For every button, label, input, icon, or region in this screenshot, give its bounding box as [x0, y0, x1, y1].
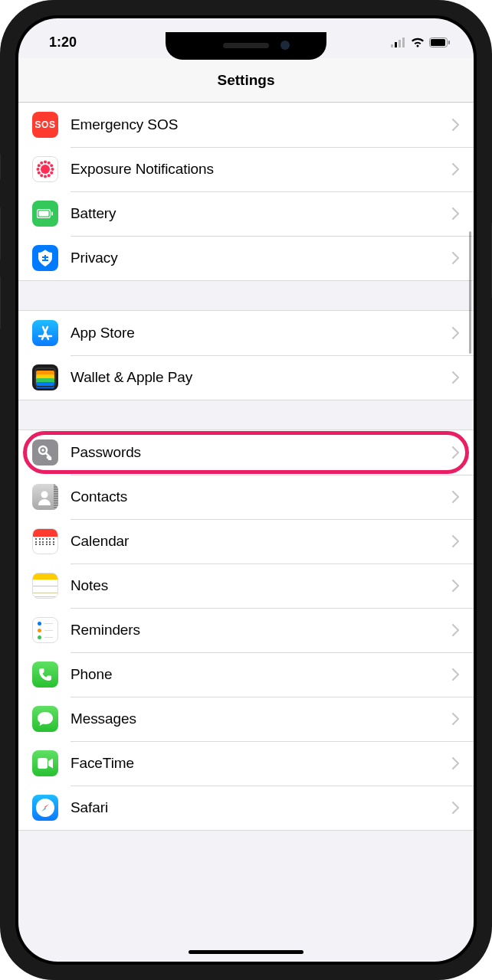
- notch: [166, 32, 326, 60]
- settings-row-safari[interactable]: Safari: [18, 786, 474, 830]
- svg-point-7: [41, 165, 50, 174]
- chevron-right-icon: [452, 802, 460, 814]
- row-label: Calendar: [71, 533, 452, 550]
- settings-row-calendar[interactable]: Calendar: [18, 519, 474, 564]
- chevron-right-icon: [452, 163, 460, 175]
- svg-point-8: [51, 168, 54, 171]
- row-label: App Store: [71, 325, 452, 341]
- svg-point-18: [48, 162, 50, 164]
- row-label: Exposure Notifications: [71, 161, 452, 178]
- svg-rect-21: [39, 211, 49, 217]
- chevron-right-icon: [452, 535, 460, 547]
- exposure-icon: [32, 156, 58, 182]
- settings-row-notes[interactable]: Notes: [18, 564, 474, 608]
- home-indicator[interactable]: [189, 950, 303, 954]
- row-label: Wallet & Apple Pay: [71, 369, 452, 386]
- wifi-icon: [411, 38, 425, 47]
- svg-rect-22: [51, 212, 53, 216]
- row-label: Notes: [71, 577, 452, 594]
- row-label: Contacts: [71, 488, 452, 505]
- svg-point-15: [38, 165, 40, 167]
- chevron-right-icon: [452, 252, 460, 264]
- svg-point-12: [41, 175, 43, 177]
- volume-up-button: [0, 207, 1, 260]
- chevron-right-icon: [452, 119, 460, 131]
- battery-icon: [429, 38, 451, 47]
- settings-row-privacy[interactable]: Privacy: [18, 236, 474, 280]
- settings-row-contacts[interactable]: Contacts: [18, 475, 474, 519]
- scroll-indicator[interactable]: [469, 231, 471, 354]
- svg-point-16: [41, 162, 43, 164]
- settings-row-emergency-sos[interactable]: SOS Emergency SOS: [18, 103, 474, 147]
- settings-row-messages[interactable]: Messages: [18, 697, 474, 741]
- svg-rect-2: [399, 40, 401, 47]
- svg-point-17: [44, 161, 47, 163]
- chevron-right-icon: [452, 668, 460, 681]
- row-label: Messages: [71, 710, 452, 727]
- settings-group: App Store Wallet & Apple Pay: [18, 310, 474, 400]
- svg-point-14: [37, 168, 39, 171]
- settings-row-passwords[interactable]: Passwords: [18, 430, 474, 475]
- mute-switch: [0, 153, 1, 180]
- row-label: Phone: [71, 666, 452, 683]
- appstore-icon: [32, 320, 58, 346]
- chevron-right-icon: [452, 207, 460, 220]
- screen: 1:20 Settings SOS Emergency SOS Exposure…: [18, 18, 474, 962]
- safari-icon: [32, 795, 58, 821]
- nav-header: Settings: [18, 58, 474, 103]
- svg-rect-0: [391, 44, 393, 47]
- svg-rect-6: [448, 41, 450, 44]
- row-label: Privacy: [71, 250, 452, 266]
- svg-rect-3: [402, 38, 405, 47]
- settings-list[interactable]: SOS Emergency SOS Exposure Notifications…: [18, 103, 474, 962]
- calendar-icon: [32, 528, 58, 554]
- svg-point-9: [51, 172, 53, 174]
- chevron-right-icon: [452, 446, 460, 459]
- wallet-icon: [32, 364, 58, 390]
- settings-row-wallet-apple-pay[interactable]: Wallet & Apple Pay: [18, 355, 474, 400]
- settings-group: Passwords Contacts Calendar Notes Remind…: [18, 430, 474, 831]
- row-label: Reminders: [71, 622, 452, 639]
- device-frame: 1:20 Settings SOS Emergency SOS Exposure…: [0, 0, 492, 980]
- chevron-right-icon: [452, 327, 460, 339]
- settings-group: SOS Emergency SOS Exposure Notifications…: [18, 103, 474, 281]
- svg-point-10: [48, 175, 50, 177]
- facetime-icon: [32, 750, 58, 776]
- svg-point-19: [51, 165, 53, 167]
- phone-icon: [32, 662, 58, 688]
- settings-row-exposure-notifications[interactable]: Exposure Notifications: [18, 147, 474, 191]
- sos-icon: SOS: [32, 112, 58, 138]
- settings-row-facetime[interactable]: FaceTime: [18, 741, 474, 786]
- row-label: Passwords: [71, 444, 452, 461]
- svg-point-33: [41, 492, 48, 498]
- page-title: Settings: [218, 72, 275, 89]
- row-label: FaceTime: [71, 755, 452, 772]
- chevron-right-icon: [452, 491, 460, 503]
- chevron-right-icon: [452, 624, 460, 636]
- svg-rect-5: [431, 39, 445, 46]
- chevron-right-icon: [452, 713, 460, 725]
- battery-icon: [32, 201, 58, 227]
- settings-row-app-store[interactable]: App Store: [18, 311, 474, 355]
- row-label: Emergency SOS: [71, 116, 452, 133]
- chevron-right-icon: [452, 757, 460, 769]
- reminders-icon: [32, 617, 58, 643]
- messages-icon: [32, 706, 58, 732]
- contacts-icon: [32, 484, 58, 510]
- chevron-right-icon: [452, 371, 460, 384]
- svg-rect-1: [395, 42, 397, 47]
- status-time: 1:20: [49, 34, 77, 51]
- svg-point-13: [38, 172, 40, 174]
- svg-rect-34: [38, 758, 48, 769]
- settings-row-battery[interactable]: Battery: [18, 191, 474, 236]
- svg-point-32: [41, 449, 44, 451]
- volume-down-button: [0, 276, 1, 329]
- settings-row-phone[interactable]: Phone: [18, 652, 474, 697]
- settings-row-reminders[interactable]: Reminders: [18, 608, 474, 652]
- privacy-icon: [32, 245, 58, 271]
- passwords-icon: [32, 439, 58, 466]
- notes-icon: [32, 573, 58, 599]
- svg-point-11: [44, 175, 47, 178]
- row-label: Battery: [71, 205, 452, 222]
- chevron-right-icon: [452, 580, 460, 592]
